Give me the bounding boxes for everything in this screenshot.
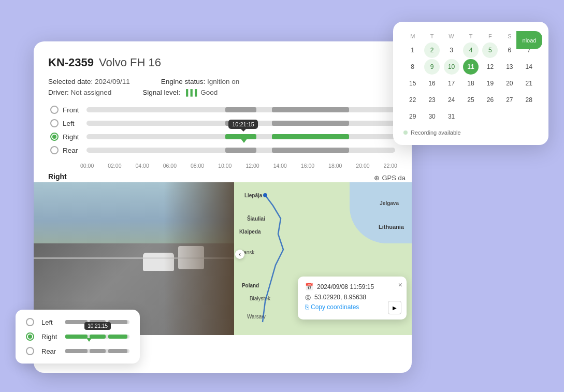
camera-row-left: Left — [50, 119, 395, 127]
radio-front[interactable] — [50, 106, 59, 114]
cal-day-15[interactable]: 15 — [405, 76, 421, 91]
mini-radio-right[interactable] — [26, 332, 34, 341]
cal-day-27[interactable]: 27 — [502, 92, 517, 108]
city-label-liepaja: Liepāja — [244, 193, 262, 198]
location-icon: ◎ — [305, 293, 311, 301]
cal-day-29[interactable]: 29 — [405, 109, 421, 124]
time-axis: 00:00 02:00 04:00 06:00 08:00 10:00 12:0… — [48, 159, 397, 169]
cal-day-18[interactable]: 18 — [463, 76, 479, 91]
cal-day-1[interactable]: 1 — [405, 42, 421, 58]
time-label-5: 10:00 — [218, 163, 232, 169]
vehicle-title: KN-2359 Volvo FH 16 — [48, 56, 397, 69]
popup-date-row: 📅 2024/09/08 11:59:15 — [305, 283, 399, 291]
cal-day-23[interactable]: 23 — [424, 92, 440, 108]
cal-day-10[interactable]: 10 — [444, 59, 459, 75]
calendar-card: nload M T W T F S S 1 2 3 4 5 6 7 8 9 10… — [393, 22, 548, 145]
map-popup: 📅 2024/09/08 11:59:15 ◎ 53.02920, 8.9563… — [298, 277, 407, 320]
cal-day-4[interactable]: 4 — [463, 42, 479, 58]
cal-day-26[interactable]: 26 — [482, 92, 498, 108]
cal-day-empty-3 — [502, 109, 517, 124]
cal-header-F: F — [481, 31, 499, 41]
timeline-area: Front Left Right — [48, 106, 397, 154]
cal-day-13[interactable]: 13 — [502, 59, 517, 75]
popup-coords-row: ◎ 53.02920, 8.95638 — [305, 293, 399, 301]
calendar-legend: Recording available — [403, 129, 538, 136]
popup-close-button[interactable]: × — [398, 281, 402, 289]
city-label-bialystok: Białystok — [250, 296, 270, 301]
signal-level-label: Signal level: — [142, 89, 180, 96]
download-button[interactable]: nload — [516, 31, 542, 49]
mini-radio-left[interactable] — [26, 318, 34, 326]
popup-date: 2024/09/08 11:59:15 — [317, 283, 374, 291]
cal-day-25[interactable]: 25 — [463, 92, 479, 108]
nav-arrow[interactable]: ‹ — [235, 250, 244, 259]
city-label-poland: Poland — [242, 283, 259, 288]
time-label-8: 16:00 — [301, 163, 314, 169]
mini-label-left: Left — [41, 318, 62, 326]
time-label-1: 02:00 — [108, 163, 121, 169]
radio-right[interactable] — [50, 133, 59, 141]
copy-coordinates-row[interactable]: ⎘ Copy coordinates — [305, 303, 399, 311]
legend-label: Recording available — [411, 129, 461, 136]
cal-day-22[interactable]: 22 — [405, 92, 421, 108]
gps-label: ⊕ GPS da — [374, 174, 406, 182]
selected-date-label: Selected date: — [48, 78, 93, 85]
mini-radio-rear[interactable] — [26, 347, 34, 355]
cal-day-17[interactable]: 17 — [444, 76, 459, 91]
time-label-10: 20:00 — [356, 163, 369, 169]
popup-play-button[interactable]: ▶ — [388, 301, 401, 314]
current-camera-label: Right — [48, 172, 67, 181]
cal-day-21[interactable]: 21 — [521, 76, 537, 91]
legend-dot — [403, 130, 408, 135]
cal-day-16[interactable]: 16 — [424, 76, 440, 91]
cal-day-6[interactable]: 6 — [502, 42, 517, 58]
gps-icon: ⊕ — [374, 174, 380, 182]
radio-left[interactable] — [50, 119, 59, 127]
city-label-warsaw: Warsaw — [247, 314, 266, 320]
mini-track-rear — [65, 349, 129, 353]
city-label-klaipeda: Klaipeda — [239, 229, 261, 235]
cal-day-19[interactable]: 19 — [482, 76, 498, 91]
cal-day-12[interactable]: 12 — [482, 59, 498, 75]
cam-label-right: Right — [63, 133, 84, 141]
cal-day-8[interactable]: 8 — [405, 59, 421, 75]
signal-icon: ▐▐▐ — [184, 89, 197, 96]
mini-label-rear: Rear — [41, 347, 62, 355]
mini-row-left: Left — [26, 318, 129, 326]
cal-header-M: M — [403, 31, 422, 41]
city-label-siauliai: Šiauliai — [247, 216, 265, 222]
calendar-icon: 📅 — [305, 283, 313, 291]
track-front — [86, 107, 395, 112]
map-area: Liepāja Jelgava Šiauliai Lithuania Klaip… — [234, 182, 412, 335]
copy-coordinates-label: Copy coordinates — [311, 303, 359, 311]
cal-day-20[interactable]: 20 — [502, 76, 517, 91]
time-label-4: 08:00 — [191, 163, 204, 169]
cal-day-5[interactable]: 5 — [482, 42, 498, 58]
mini-track-right: 10:21:15 — [65, 335, 129, 339]
cal-day-11[interactable]: 11 — [463, 59, 479, 75]
car-window-frame — [164, 182, 234, 335]
cal-day-9[interactable]: 9 — [424, 59, 440, 75]
time-label-11: 22:00 — [384, 163, 397, 169]
time-label-9: 18:00 — [328, 163, 342, 169]
mini-row-rear: Rear — [26, 347, 129, 355]
cal-day-30[interactable]: 30 — [424, 109, 440, 124]
cal-day-31[interactable]: 31 — [444, 109, 459, 124]
selected-date: Selected date: 2024/09/11 — [48, 78, 130, 85]
vehicle-id: KN-2359 — [48, 56, 94, 69]
cal-day-empty-2 — [482, 109, 498, 124]
camera-row-front: Front — [50, 106, 395, 114]
cal-day-2[interactable]: 2 — [424, 42, 440, 58]
cal-day-28[interactable]: 28 — [521, 92, 537, 108]
cal-header-T1: T — [423, 31, 441, 41]
city-label-jelgava: Jelgava — [380, 200, 399, 206]
section-header: Right ⊕ GPS da — [34, 169, 412, 182]
radio-rear[interactable] — [50, 146, 59, 154]
selected-date-value: 2024/09/11 — [95, 78, 130, 85]
cal-day-14[interactable]: 14 — [521, 59, 537, 75]
driver: Driver: Not assigned — [48, 89, 111, 96]
cal-day-24[interactable]: 24 — [444, 92, 459, 108]
engine-status-value: Ignition on — [207, 78, 239, 85]
cal-day-3[interactable]: 3 — [444, 42, 459, 58]
mini-timeline-card: Left Right 10:21:15 Rear — [16, 310, 140, 364]
